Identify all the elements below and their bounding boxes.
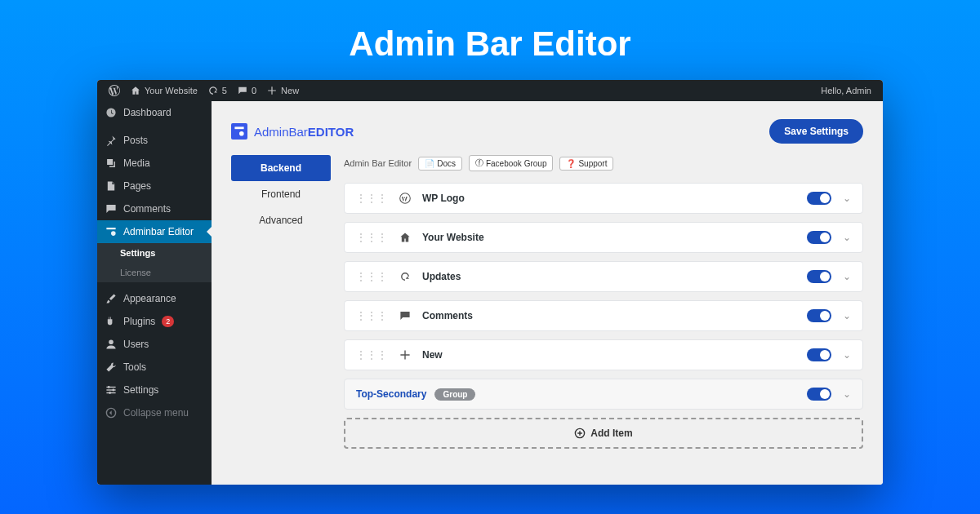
sidebar-item-media[interactable]: Media (97, 152, 212, 175)
sidebar-item-comments[interactable]: Comments (97, 197, 212, 220)
sidebar-label: Users (123, 339, 149, 350)
user-icon (105, 339, 117, 350)
greeting: Hello, Admin (821, 86, 871, 95)
wp-content: AdminBarEDITOR Save Settings Backend Fro… (212, 101, 883, 485)
docs-link[interactable]: 📄Docs (418, 157, 462, 171)
tab-backend[interactable]: Backend (231, 155, 331, 181)
save-settings-button[interactable]: Save Settings (769, 119, 863, 144)
sidebar-label: Plugins (123, 316, 155, 327)
svg-point-1 (111, 231, 116, 236)
svg-point-7 (112, 389, 114, 392)
comment-icon (237, 85, 248, 96)
item-comments: ⋮⋮⋮ Comments ⌄ (344, 300, 863, 331)
toggle-switch[interactable] (807, 309, 831, 322)
toggle-switch[interactable] (807, 348, 831, 361)
tab-frontend[interactable]: Frontend (231, 181, 331, 207)
update-icon (399, 271, 411, 282)
submenu-settings[interactable]: Settings (97, 243, 212, 263)
sidebar-label: Dashboard (123, 107, 172, 118)
add-item-button[interactable]: Add Item (344, 418, 863, 449)
comments-count: 0 (252, 86, 256, 95)
site-name-menu[interactable]: Your Website (125, 85, 203, 96)
brand: AdminBarEDITOR (231, 123, 354, 140)
updates-menu[interactable]: 5 (203, 85, 232, 96)
comment-icon (105, 203, 117, 215)
drag-handle-icon[interactable]: ⋮⋮⋮ (356, 232, 388, 243)
collapse-menu[interactable]: Collapse menu (97, 401, 212, 424)
content-row: Backend Frontend Advanced Admin Bar Edit… (231, 155, 863, 449)
item-label: WP Logo (422, 193, 795, 204)
chevron-down-icon[interactable]: ⌄ (843, 349, 851, 361)
sidebar-item-dashboard[interactable]: Dashboard (97, 101, 212, 124)
new-label: New (281, 86, 299, 95)
drag-handle-icon[interactable]: ⋮⋮⋮ (356, 349, 388, 361)
chevron-down-icon[interactable]: ⌄ (843, 271, 851, 282)
sidebar-item-tools[interactable]: Tools (97, 356, 212, 379)
comments-menu[interactable]: 0 (232, 85, 261, 96)
drag-handle-icon[interactable]: ⋮⋮⋮ (356, 271, 388, 282)
pin-icon (105, 135, 117, 146)
plugins-badge: 2 (162, 316, 174, 327)
sidebar-label: Tools (123, 361, 146, 373)
wordpress-icon (399, 193, 411, 204)
item-wp-logo: ⋮⋮⋮ WP Logo ⌄ (344, 183, 863, 214)
facebook-link[interactable]: ⓕFacebook Group (469, 155, 554, 171)
sidebar-item-settings[interactable]: Settings (97, 379, 212, 401)
updates-count: 5 (222, 86, 227, 95)
sidebar-item-plugins[interactable]: Plugins 2 (97, 310, 212, 333)
wp-sidebar: Dashboard Posts Media Pages Comments A (97, 101, 212, 485)
wp-logo-menu[interactable] (104, 85, 125, 96)
pages-icon (105, 180, 117, 192)
chevron-down-icon[interactable]: ⌄ (843, 310, 851, 321)
tab-advanced[interactable]: Advanced (231, 207, 331, 233)
page-title: Admin Bar Editor (0, 0, 980, 80)
home-icon (399, 232, 411, 243)
comment-icon (399, 310, 411, 321)
update-icon (207, 85, 219, 96)
wp-body: Dashboard Posts Media Pages Comments A (97, 101, 883, 485)
drag-handle-icon[interactable]: ⋮⋮⋮ (356, 193, 388, 204)
svg-point-11 (239, 131, 244, 136)
toggle-switch[interactable] (807, 192, 831, 205)
media-icon (105, 157, 117, 169)
chevron-down-icon[interactable]: ⌄ (843, 388, 851, 400)
toggle-switch[interactable] (807, 388, 831, 401)
facebook-icon: ⓕ (475, 157, 483, 169)
sidebar-item-users[interactable]: Users (97, 333, 212, 356)
brand-prefix: AdminBar (254, 125, 308, 139)
submenu-license[interactable]: License (97, 263, 212, 282)
sidebar-item-adminbar-editor[interactable]: Adminbar Editor (97, 220, 212, 243)
collapse-label: Collapse menu (123, 407, 189, 419)
chevron-down-icon[interactable]: ⌄ (843, 232, 851, 243)
item-label: Your Website (422, 232, 795, 243)
sidebar-label: Appearance (123, 293, 176, 304)
sidebar-label: Comments (123, 203, 171, 215)
home-icon (130, 85, 141, 96)
plus-icon (399, 349, 411, 361)
sidebar-item-pages[interactable]: Pages (97, 175, 212, 197)
sidebar-item-posts[interactable]: Posts (97, 129, 212, 152)
sidebar-item-appearance[interactable]: Appearance (97, 287, 212, 310)
tools-icon (105, 361, 117, 373)
item-updates: ⋮⋮⋮ Updates ⌄ (344, 261, 863, 292)
drag-handle-icon[interactable]: ⋮⋮⋮ (356, 310, 388, 321)
sidebar-label: Media (123, 157, 150, 169)
chevron-down-icon[interactable]: ⌄ (843, 193, 851, 204)
account-menu[interactable]: Hello, Admin (816, 86, 876, 95)
sidebar-submenu: Settings License (97, 243, 212, 282)
settings-icon (105, 384, 117, 396)
svg-point-6 (108, 386, 110, 388)
plus-circle-icon (574, 428, 586, 439)
adminbar-editor-icon (105, 226, 117, 237)
wp-adminbar: Your Website 5 0 New Hello, Admin (97, 80, 883, 101)
toggle-switch[interactable] (807, 270, 831, 283)
add-item-label: Add Item (590, 428, 632, 439)
content-header: AdminBarEDITOR Save Settings (231, 119, 863, 144)
support-link[interactable]: ❓Support (559, 157, 613, 171)
brand-suffix: EDITOR (308, 125, 354, 139)
support-icon: ❓ (566, 159, 576, 168)
item-your-website: ⋮⋮⋮ Your Website ⌄ (344, 222, 863, 253)
toggle-switch[interactable] (807, 231, 831, 244)
new-menu[interactable]: New (261, 85, 304, 96)
sidebar-label: Settings (123, 384, 158, 396)
